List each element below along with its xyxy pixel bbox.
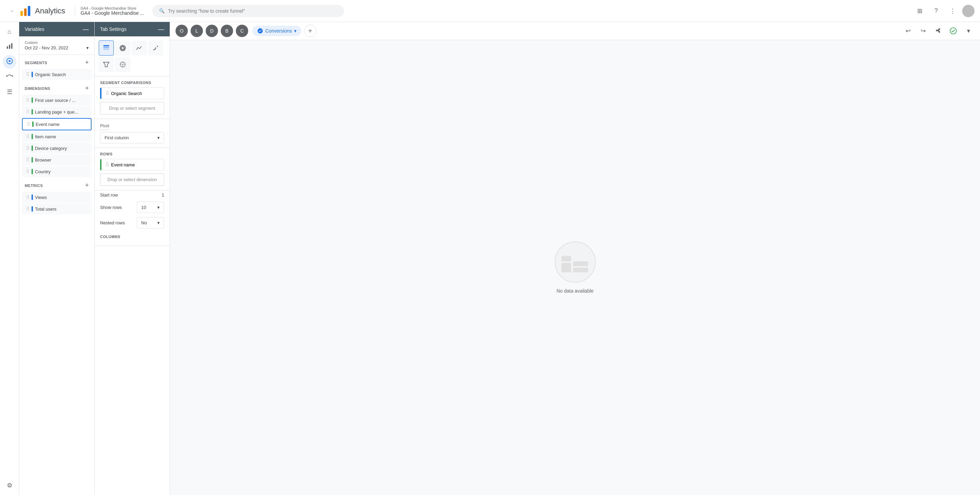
date-label: Custom <box>25 40 89 45</box>
pivot-select[interactable]: First column ▾ <box>100 132 164 144</box>
back-icon: ← <box>10 8 15 13</box>
dimension-chip-item-name[interactable]: ⠿ Item name <box>22 131 92 142</box>
add-segment-button[interactable]: + <box>85 59 89 66</box>
search-container: 🔍 <box>152 5 905 17</box>
segment-circle-d[interactable]: D <box>206 25 218 37</box>
nested-rows-select[interactable]: No ▾ <box>137 217 164 228</box>
rail-item-home[interactable]: ⌂ <box>3 25 16 38</box>
nav-account: GA4 - Google Merchandise Store GA4 - Goo… <box>75 6 144 16</box>
dimension-chip-event-name[interactable]: ⠿ Event name <box>22 118 92 130</box>
metric-chip-views[interactable]: ⠿ Views <box>22 192 92 203</box>
share-button[interactable] <box>932 25 944 37</box>
save-dropdown-button[interactable]: ▾ <box>962 25 975 37</box>
viz-table-button[interactable] <box>99 40 114 56</box>
segment-circle-c[interactable]: C <box>236 25 248 37</box>
placeholder-bar-main <box>562 263 571 272</box>
dimension-color-bar <box>32 109 33 115</box>
help-button[interactable]: ? <box>929 4 943 18</box>
show-rows-setting: Show rows 10 ▾ <box>95 200 170 215</box>
dimensions-list: ⠿ First user source / ... ⠿ Landing page… <box>19 94 94 178</box>
avatar[interactable] <box>962 5 975 17</box>
date-range-picker[interactable]: Oct 22 - Nov 20, 2022 ▾ <box>25 45 89 50</box>
top-nav: ← Analytics GA4 - Google Merchandise Sto… <box>0 0 980 22</box>
apps-button[interactable]: ⊞ <box>913 4 926 18</box>
dimension-chip-first-user-source[interactable]: ⠿ First user source / ... <box>22 95 92 105</box>
segment-circle-o[interactable]: O <box>175 25 188 37</box>
nav-logo: Analytics <box>19 5 65 17</box>
segment-letter-l: L <box>196 28 198 34</box>
add-metric-button[interactable]: + <box>85 182 89 189</box>
segments-section-header: SEGMENTS + <box>19 55 94 68</box>
svg-point-15 <box>153 49 154 50</box>
viz-map-button[interactable] <box>115 57 130 72</box>
segment-comparisons-section: SEGMENT COMPARISONS ⠿ Organic Search Dro… <box>95 77 170 119</box>
drag-handle-icon: ⠿ <box>106 91 109 96</box>
segment-chip-organic-search[interactable]: ⠿ Organic Search <box>22 69 92 80</box>
dimension-color-bar <box>32 145 33 151</box>
metrics-section-header: METRICS + <box>19 178 94 191</box>
undo-icon: ↩ <box>905 27 911 35</box>
segment-circle-l[interactable]: L <box>191 25 203 37</box>
tab-settings-header: Tab Settings — <box>95 22 170 36</box>
more-options-button[interactable]: ⋮ <box>946 4 959 18</box>
show-rows-dropdown-icon: ▾ <box>158 205 160 210</box>
rows-item-label: Event name <box>111 162 135 168</box>
segment-letter-d: D <box>210 28 213 34</box>
reports-icon <box>6 42 13 51</box>
rows-event-name-chip[interactable]: ⠿ Event name <box>100 159 164 171</box>
rail-item-configure[interactable]: ☰ <box>3 85 16 99</box>
dimension-chip-country[interactable]: ⠿ Country <box>22 166 92 177</box>
segment-comparison-chip[interactable]: ⠿ Organic Search <box>100 88 164 99</box>
placeholder-bar-wide1 <box>573 261 588 266</box>
dimension-label: Country <box>35 169 51 174</box>
no-data-chart-placeholder <box>562 252 589 272</box>
search-input[interactable] <box>168 8 337 14</box>
svg-rect-12 <box>103 49 109 50</box>
conversions-button[interactable]: Conversions ▾ <box>252 26 301 36</box>
rail-item-settings[interactable]: ⚙ <box>3 479 16 492</box>
redo-button[interactable]: ↪ <box>917 25 929 37</box>
drag-handle-icon: ⠿ <box>106 162 109 168</box>
back-button[interactable]: ← <box>5 4 19 18</box>
metrics-list: ⠿ Views ⠿ Total users <box>19 191 94 215</box>
search-bar[interactable]: 🔍 <box>152 5 344 17</box>
rail-item-advertising[interactable] <box>3 70 16 84</box>
variables-minimize-button[interactable]: — <box>83 26 89 32</box>
dimension-drop-zone[interactable]: Drop or select dimension <box>100 173 164 186</box>
drag-handle-icon: ⠿ <box>26 109 29 115</box>
rail-item-explore[interactable] <box>3 55 16 69</box>
svg-point-7 <box>9 60 11 62</box>
svg-rect-10 <box>103 45 109 46</box>
dimension-drop-label: Drop or select dimension <box>108 177 157 182</box>
show-rows-select[interactable]: 10 ▾ <box>137 202 164 213</box>
metric-label: Views <box>35 195 47 200</box>
undo-button[interactable]: ↩ <box>902 25 914 37</box>
tab-settings-minimize-button[interactable]: — <box>158 26 164 32</box>
tab-settings-title: Tab Settings <box>100 26 126 32</box>
svg-rect-3 <box>6 46 8 48</box>
explore-icon <box>6 57 13 67</box>
dimension-chip-device-category[interactable]: ⠿ Device category <box>22 143 92 154</box>
segment-label: Organic Search <box>35 72 66 77</box>
segment-comparison-label: Organic Search <box>111 91 142 96</box>
segment-circle-b[interactable]: B <box>221 25 233 37</box>
pivot-dropdown-icon: ▾ <box>158 135 160 140</box>
dimension-chip-browser[interactable]: ⠿ Browser <box>22 154 92 165</box>
dimension-label: First user source / ... <box>35 98 75 103</box>
metric-color-bar <box>32 206 33 212</box>
rail-item-reports[interactable] <box>3 40 16 54</box>
account-subtitle: GA4 - Google Merchandise Store <box>81 6 144 10</box>
dimensions-label: DIMENSIONS <box>25 86 50 91</box>
viz-scatter-button[interactable] <box>148 40 163 56</box>
viz-donut-button[interactable] <box>115 40 130 56</box>
add-metric-circle-button[interactable]: + <box>304 25 317 37</box>
viz-line-button[interactable] <box>132 40 147 56</box>
add-dimension-button[interactable]: + <box>85 85 89 92</box>
metric-chip-total-users[interactable]: ⠿ Total users <box>22 203 92 214</box>
date-range-section: Custom Oct 22 - Nov 20, 2022 ▾ <box>19 36 94 55</box>
save-button[interactable] <box>947 25 959 37</box>
dimension-chip-landing-page[interactable]: ⠿ Landing page + que... <box>22 106 92 117</box>
segment-drop-zone[interactable]: Drop or select segment <box>100 102 164 115</box>
home-icon: ⌂ <box>8 28 11 35</box>
viz-funnel-button[interactable] <box>99 57 114 72</box>
